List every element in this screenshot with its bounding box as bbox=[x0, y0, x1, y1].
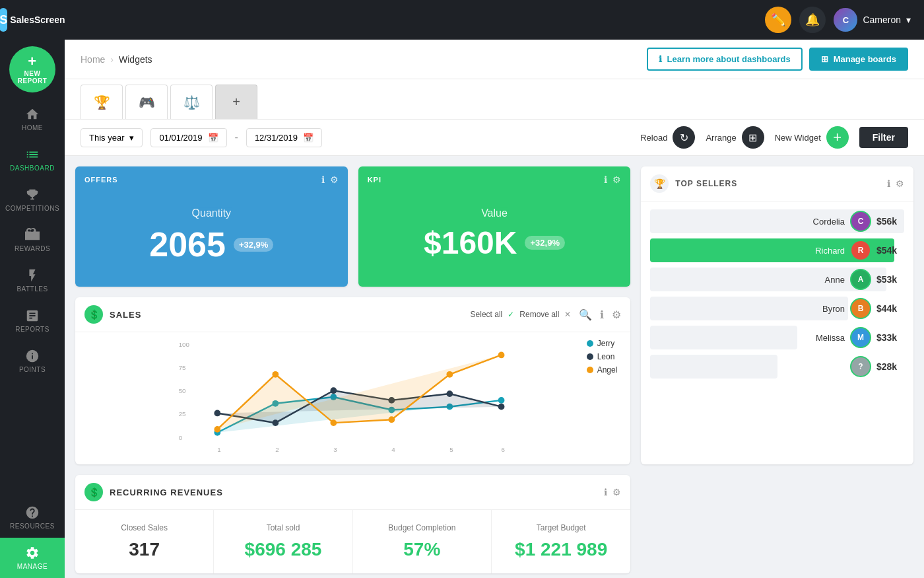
rr-metric-budget: Budget Completion 57% bbox=[353, 510, 492, 573]
date-separator: - bbox=[235, 131, 238, 143]
tab-row: 🏆 🎮 ⚖️ + bbox=[65, 79, 924, 120]
filter-button[interactable]: Filter bbox=[859, 127, 908, 148]
svg-point-21 bbox=[272, 419, 279, 426]
period-select[interactable]: This year ▾ bbox=[81, 128, 143, 147]
rr-header-icons: ℹ ⚙ bbox=[604, 487, 621, 497]
logo[interactable]: S SalesScreen bbox=[0, 0, 65, 40]
rr-label-total: Total sold bbox=[223, 523, 343, 532]
svg-point-24 bbox=[446, 390, 453, 397]
seller-avatar: B bbox=[850, 298, 871, 319]
info-icon[interactable]: ℹ bbox=[600, 308, 604, 321]
tab-scale[interactable]: ⚖️ bbox=[170, 85, 213, 119]
seller-value: $33k bbox=[876, 332, 904, 343]
arrange-icon: ⊞ bbox=[742, 126, 764, 149]
notification-button[interactable]: 🔔 bbox=[799, 7, 826, 33]
new-report-button[interactable]: + NEW REPORT bbox=[9, 46, 55, 92]
top-sellers-header: 🏆 TOP SELLERS ℹ ⚙ bbox=[641, 166, 913, 201]
logo-text: SalesScreen bbox=[10, 15, 65, 25]
tab-add[interactable]: + bbox=[215, 85, 257, 119]
seller-value: $28k bbox=[876, 361, 904, 372]
filter-row: This year ▾ 01/01/2019 📅 - 12/31/2019 📅 … bbox=[65, 120, 924, 156]
svg-text:4: 4 bbox=[391, 446, 395, 453]
avatar: C bbox=[834, 8, 857, 32]
svg-text:6: 6 bbox=[502, 446, 505, 453]
seller-item: MelissaM$33k bbox=[650, 323, 904, 352]
sidebar-item-reports[interactable]: REPORTS bbox=[0, 301, 65, 341]
info-icon[interactable]: ℹ bbox=[604, 487, 607, 497]
remove-all-button[interactable]: Remove all bbox=[519, 310, 559, 319]
offers-widget: OFFERS ℹ ⚙ Quantity 2065 +32,9% bbox=[75, 166, 348, 287]
sidebar-item-rewards[interactable]: REWARDS bbox=[0, 220, 65, 260]
top-sellers-icon: 🏆 bbox=[650, 174, 669, 193]
arrange-action[interactable]: Arrange ⊞ bbox=[706, 126, 764, 149]
chart-legend: Jerry Leon Angel bbox=[587, 339, 618, 375]
gear-icon[interactable]: ⚙ bbox=[612, 174, 621, 185]
svg-text:0: 0 bbox=[179, 434, 183, 441]
svg-point-28 bbox=[272, 371, 279, 378]
edit-icon-button[interactable]: ✏️ bbox=[765, 7, 791, 33]
breadcrumb-current: Widgets bbox=[119, 54, 152, 65]
period-label: This year bbox=[89, 133, 124, 143]
legend-label-jerry: Jerry bbox=[597, 339, 615, 348]
seller-item: ByronB$44k bbox=[650, 294, 904, 323]
select-all-row: Select all ✓ Remove all ✕ bbox=[471, 310, 572, 319]
new-widget-action[interactable]: New Widget + bbox=[775, 126, 849, 149]
svg-point-25 bbox=[498, 404, 505, 410]
kpi-header-icons: ℹ ⚙ bbox=[604, 174, 621, 185]
sidebar-item-home[interactable]: HOME bbox=[0, 99, 65, 139]
info-icon[interactable]: ℹ bbox=[887, 178, 890, 189]
svg-text:50: 50 bbox=[179, 387, 186, 394]
sidebar-item-battles[interactable]: BATTLES bbox=[0, 260, 65, 301]
sidebar-item-manage[interactable]: MANAGE bbox=[0, 538, 65, 578]
svg-point-18 bbox=[498, 397, 505, 404]
svg-text:1: 1 bbox=[217, 446, 220, 453]
sidebar-bottom: RESOURCES MANAGE bbox=[0, 497, 65, 578]
legend-dot-jerry bbox=[587, 340, 593, 347]
sales-widget: 💲 SALES Select all ✓ Remove all ✕ 🔍 ℹ ⚙ bbox=[75, 297, 630, 464]
info-icon[interactable]: ℹ bbox=[321, 174, 325, 185]
breadcrumb-home[interactable]: Home bbox=[81, 54, 105, 65]
new-widget-add-icon[interactable]: + bbox=[826, 126, 849, 149]
seller-name: Byron bbox=[822, 304, 845, 314]
search-icon[interactable]: 🔍 bbox=[579, 308, 592, 321]
svg-point-27 bbox=[214, 426, 220, 433]
tab-trophy[interactable]: 🏆 bbox=[81, 85, 123, 119]
svg-text:2: 2 bbox=[275, 446, 279, 453]
rr-value-closed: 317 bbox=[84, 539, 204, 560]
gear-icon[interactable]: ⚙ bbox=[612, 308, 621, 321]
kpi-widget-header: KPI ℹ ⚙ bbox=[358, 166, 631, 185]
tab-gamepad[interactable]: 🎮 bbox=[125, 85, 168, 119]
kpi-value-label: Value bbox=[368, 207, 622, 219]
rr-metric-total-sold: Total sold $696 285 bbox=[214, 510, 352, 573]
sales-title: SALES bbox=[110, 310, 141, 320]
rr-metrics: Closed Sales 317 Total sold $696 285 Bud… bbox=[75, 510, 630, 573]
sidebar-item-dashboard[interactable]: DASHBOARD bbox=[0, 139, 65, 180]
legend-label-leon: Leon bbox=[597, 352, 615, 361]
seller-item: AnneA$53k bbox=[650, 265, 904, 294]
sidebar-item-points[interactable]: POINTS bbox=[0, 341, 65, 381]
gear-icon[interactable]: ⚙ bbox=[612, 487, 621, 497]
rr-metric-closed-sales: Closed Sales 317 bbox=[75, 510, 214, 573]
select-all-button[interactable]: Select all bbox=[471, 310, 503, 319]
svg-point-22 bbox=[330, 387, 337, 394]
sidebar-item-resources[interactable]: RESOURCES bbox=[0, 497, 65, 538]
gear-icon[interactable]: ⚙ bbox=[896, 178, 904, 189]
svg-point-30 bbox=[388, 416, 395, 423]
end-date-input[interactable]: 12/31/2019 📅 bbox=[246, 128, 322, 147]
info-icon[interactable]: ℹ bbox=[604, 174, 607, 185]
gear-icon[interactable]: ⚙ bbox=[330, 174, 339, 185]
seller-value: $54k bbox=[876, 245, 904, 256]
rr-label-closed: Closed Sales bbox=[84, 523, 204, 532]
manage-boards-button[interactable]: ⊞ Manage boards bbox=[809, 48, 908, 71]
seller-value: $56k bbox=[876, 216, 904, 227]
seller-name: Richard bbox=[815, 246, 845, 256]
legend-dot-angel bbox=[587, 367, 593, 373]
learn-more-button[interactable]: ℹ Learn more about dashboards bbox=[647, 48, 803, 71]
user-menu[interactable]: C Cameron ▾ bbox=[834, 8, 911, 32]
legend-item-jerry: Jerry bbox=[587, 339, 618, 348]
svg-marker-26 bbox=[217, 355, 501, 429]
start-date-input[interactable]: 01/01/2019 📅 bbox=[150, 128, 226, 147]
top-sellers-header-icons: ℹ ⚙ bbox=[887, 178, 904, 189]
sidebar-item-competitions[interactable]: COMPETITIONS bbox=[0, 180, 65, 220]
reload-action[interactable]: Reload ↻ bbox=[640, 126, 695, 149]
